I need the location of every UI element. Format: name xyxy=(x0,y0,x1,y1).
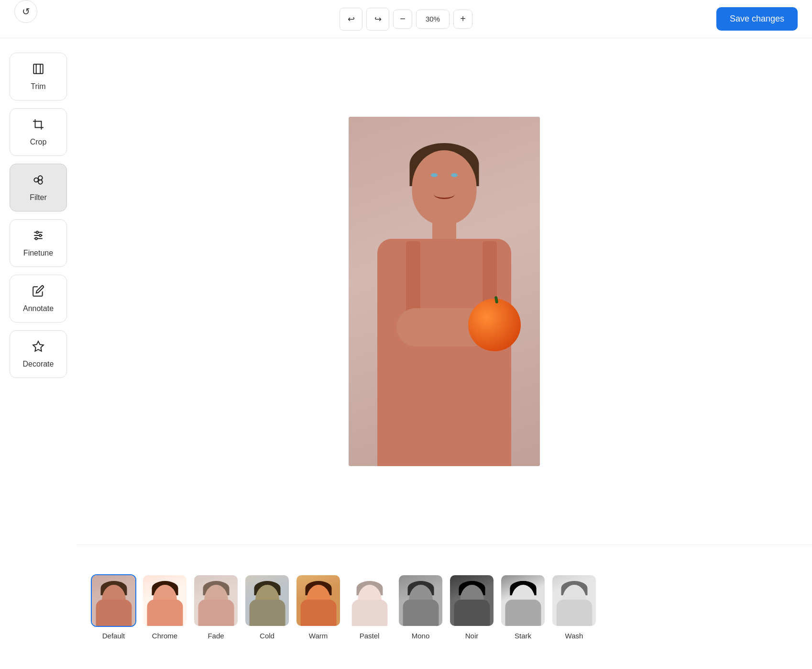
decorate-icon xyxy=(32,340,44,356)
filter-label-pastel: Pastel xyxy=(360,632,380,640)
filter-thumb-pastel xyxy=(347,574,392,627)
svg-point-9 xyxy=(36,231,38,233)
filter-item-mono[interactable]: Mono xyxy=(398,574,443,640)
zoom-minus-icon: − xyxy=(400,13,406,24)
filter-label-stark: Stark xyxy=(515,632,531,640)
canvas-area xyxy=(77,38,812,545)
zoom-plus-icon: + xyxy=(460,13,466,24)
sidebar: Trim Crop Filter xyxy=(0,38,77,669)
filter-label-warm: Warm xyxy=(309,632,328,640)
filter-item-pastel[interactable]: Pastel xyxy=(347,574,392,640)
trim-icon xyxy=(32,63,44,78)
filter-icon xyxy=(32,174,44,190)
sidebar-item-crop[interactable]: Crop xyxy=(10,108,67,156)
zoom-minus-button[interactable]: − xyxy=(393,10,412,29)
sidebar-item-trim[interactable]: Trim xyxy=(10,53,67,100)
filter-thumb-warm xyxy=(296,574,341,627)
filter-item-default[interactable]: Default xyxy=(91,574,136,640)
filter-label-cold: Cold xyxy=(260,632,274,640)
crop-icon xyxy=(32,118,44,134)
finetune-label: Finetune xyxy=(23,249,53,257)
filter-item-noir[interactable]: Noir xyxy=(449,574,494,640)
svg-point-3 xyxy=(34,178,38,182)
sidebar-item-finetune[interactable]: Finetune xyxy=(10,219,67,267)
filter-label-noir: Noir xyxy=(465,632,479,640)
svg-point-10 xyxy=(39,234,41,236)
filter-thumb-mono xyxy=(398,574,443,627)
sidebar-item-annotate[interactable]: Annotate xyxy=(10,275,67,323)
filter-strip: Default Chrome Fade xyxy=(77,545,812,669)
filter-label-mono: Mono xyxy=(412,632,430,640)
filter-item-cold[interactable]: Cold xyxy=(244,574,290,640)
photo-canvas xyxy=(349,117,540,466)
undo-icon: ↩ xyxy=(348,14,355,24)
filter-label-fade: Fade xyxy=(208,632,224,640)
annotate-icon xyxy=(32,285,44,301)
trim-label: Trim xyxy=(31,82,45,91)
sidebar-item-filter[interactable]: Filter xyxy=(10,164,67,212)
filter-item-fade[interactable]: Fade xyxy=(193,574,239,640)
filter-thumb-default xyxy=(91,574,136,627)
filter-label: Filter xyxy=(30,193,47,202)
filter-item-warm[interactable]: Warm xyxy=(296,574,341,640)
undo-button[interactable]: ↩ xyxy=(340,8,362,31)
photo-portrait xyxy=(349,117,540,466)
svg-point-11 xyxy=(35,237,37,239)
annotate-label: Annotate xyxy=(23,304,54,313)
filter-thumb-fade xyxy=(193,574,239,627)
filter-thumb-wash xyxy=(551,574,597,627)
filter-thumb-cold xyxy=(244,574,290,627)
filter-label-chrome: Chrome xyxy=(152,632,177,640)
svg-point-5 xyxy=(38,180,43,184)
filter-label-wash: Wash xyxy=(565,632,583,640)
filter-thumb-noir xyxy=(449,574,494,627)
redo-button[interactable]: ↪ xyxy=(366,8,389,31)
filter-item-stark[interactable]: Stark xyxy=(500,574,546,640)
sidebar-item-decorate[interactable]: Decorate xyxy=(10,330,67,378)
filter-label-default: Default xyxy=(102,632,125,640)
zoom-value: 30% xyxy=(416,10,450,29)
svg-point-4 xyxy=(38,176,43,180)
filter-thumb-stark xyxy=(500,574,546,627)
zoom-plus-button[interactable]: + xyxy=(453,10,472,29)
svg-rect-0 xyxy=(33,64,43,74)
finetune-icon xyxy=(32,229,44,245)
crop-label: Crop xyxy=(30,138,47,146)
toolbar: ↩ ↪ − 30% + Save changes xyxy=(0,0,812,38)
filter-thumb-chrome xyxy=(142,574,187,627)
toolbar-center: ↩ ↪ − 30% + xyxy=(340,8,472,31)
filter-item-wash[interactable]: Wash xyxy=(551,574,597,640)
svg-marker-12 xyxy=(33,341,44,351)
redo-icon: ↪ xyxy=(374,14,382,24)
decorate-label: Decorate xyxy=(23,360,54,368)
save-changes-button[interactable]: Save changes xyxy=(716,7,798,31)
filter-item-chrome[interactable]: Chrome xyxy=(142,574,187,640)
